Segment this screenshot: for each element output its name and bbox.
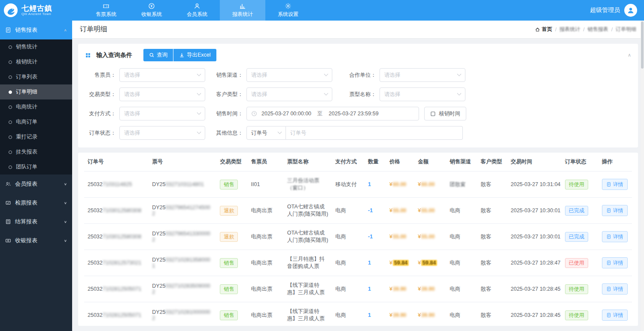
cell-ticket-no: DY250327965412745002 [149,198,216,224]
topbar: 七鲤古鎮 Qili Ancient Town 售票系统 收银系统 会员系统 报表… [0,0,644,21]
cell-seller: 电商出票 [248,302,284,326]
channel-label: 销售渠道： [212,72,246,79]
cell-cust-type: 散客 [477,302,507,326]
cell-order-no: 250327103012580308 [84,224,149,250]
blurred-amount: 39.90 [421,312,434,318]
blurred-amount: 55.00 [421,234,434,240]
column-header: 订单号 [84,153,149,172]
nav-item-0[interactable]: 售票系统 [83,0,129,21]
cell-trade-type: 销售 [216,172,247,198]
column-header: 销售渠道 [446,153,477,172]
type-tag: 销售 [220,180,238,190]
sidebar-group-4[interactable]: 收银报表 ∨ [0,231,72,250]
channel-select[interactable]: 请选择 [246,68,332,82]
cell-amount: ¥55.00 [414,224,446,250]
status-tag: 待使用 [565,180,588,190]
sidebar-group-1[interactable]: 会员报表 ∨ [0,175,72,193]
cell-actions: 详情 [598,302,632,326]
breadcrumb-item[interactable]: 报表统计 [559,26,580,33]
chevron-icon: ∨ [64,201,67,205]
sale-time-range-picker[interactable]: 2025-03-27 00:00:00 至 2025-03-27 23:59:5… [246,107,419,120]
collapse-toggle[interactable]: ∧ [628,52,631,58]
sidebar-item[interactable]: 订单列表 [0,69,72,84]
detail-button[interactable]: 详情 [602,257,628,268]
blurred-price: 39.90 [393,286,406,292]
home-icon [535,27,540,32]
avatar[interactable] [624,4,637,17]
sidebar-item[interactable]: 销售统计 [0,39,72,54]
cell-actions: 详情 [598,198,632,224]
sidebar-item[interactable]: 订单明细 [0,84,72,99]
partner-select[interactable]: 请选择 [380,68,465,82]
sidebar-group-2[interactable]: 检票报表 ∨ [0,193,72,212]
breadcrumb-item[interactable]: 销售报表 [588,26,608,33]
cell-order-no: 250327103114825 [84,172,149,198]
blurred-amount: 59.84 [421,260,437,266]
cell-seller: 电商出票 [248,276,284,302]
cell-price: ¥59.84 [386,250,414,276]
cell-order-no: 250327102812505071 [84,276,149,302]
nav-item-4[interactable]: 系统设置 [265,0,311,21]
nav-item-3[interactable]: 报表统计 [220,0,265,21]
ticket-name-select[interactable]: 请选择 [380,87,465,101]
detail-button[interactable]: 详情 [602,310,628,321]
nav-item-2[interactable]: 会员系统 [174,0,220,21]
blurred-text: 7103012580308 [103,208,141,214]
type-tag: 退款 [220,206,238,216]
sidebar-item[interactable]: 挂失报表 [0,144,72,159]
cell-order-no: 250327102812573021 [84,250,149,276]
column-header: 客户类型 [477,153,507,172]
scrollbar[interactable] [641,21,644,331]
status-tag: 待使用 [565,284,588,294]
cell-order-no: 250327102812505071 [84,302,149,326]
orders-table-panel: 订单号票号交易类型售票员票型名称支付方式数量价格金额销售渠道客户类型交易时间订单… [78,153,638,326]
type-tag: 退款 [220,232,238,242]
sidebar-item[interactable]: 电商统计 [0,99,72,114]
partner-label: 合作单位： [345,72,380,79]
page-title: 订单明细 [80,25,107,34]
cell-price: ¥39.90 [386,276,414,302]
chevron-down-icon [197,129,201,134]
export-excel-button[interactable]: 导出Excel [173,49,216,61]
seller-select[interactable]: 请选择 [119,68,205,82]
date-separator: 至 [317,110,323,117]
sidebar-group-3[interactable]: 结算报表 ∨ [0,212,72,231]
cell-order-no: 250327103012580308 [84,198,149,224]
detail-button[interactable]: 详情 [602,231,628,242]
sidebar-group-0[interactable]: 销售报表 ∧ [0,21,72,39]
nav-icon [148,3,155,9]
search-button[interactable]: 查询 [143,49,173,61]
payment-select[interactable]: 请选择 [119,107,205,120]
sidebar-group-label: 结算报表 [15,218,37,226]
sidebar-group-icon [5,238,11,244]
verify-time-button[interactable]: 核销时间 [424,107,466,120]
circle-bullet-icon [9,45,12,49]
detail-button[interactable]: 详情 [602,205,628,216]
order-status-select[interactable]: 请选择 [119,126,205,140]
table-row: 250327103012580308 DY250327965412745002 … [84,198,632,224]
other-field-select[interactable]: 订单号 [246,126,286,140]
cell-actions: 详情 [598,172,632,198]
cust-type-select[interactable]: 请选择 [246,87,332,101]
cell-seller: 电商出票 [248,198,284,224]
sale-time-start[interactable]: 2025-03-27 00:00:00 [261,111,311,117]
detail-button[interactable]: 详情 [602,283,628,295]
logo-fish-icon [3,3,18,18]
sidebar-group-icon [5,200,11,206]
sidebar-item[interactable]: 核销统计 [0,54,72,69]
sidebar-item[interactable]: 电商订单 [0,114,72,129]
blurred-text: 0327103114801 [166,181,204,187]
cell-actions: 详情 [598,250,632,276]
type-tag: 销售 [220,310,238,320]
order-no-input[interactable] [286,126,463,140]
sale-time-end[interactable]: 2025-03-27 23:59:59 [329,111,379,117]
trade-type-label: 交易类型： [85,91,119,98]
nav-item-1[interactable]: 收银系统 [129,0,174,21]
breadcrumb-current: 订单明细 [616,26,636,33]
sidebar-item[interactable]: 团队订单 [0,159,72,175]
detail-button[interactable]: 详情 [602,179,628,190]
sidebar-item[interactable]: 重打记录 [0,129,72,144]
trade-type-select[interactable]: 请选择 [119,87,205,101]
breadcrumb-home[interactable]: 首页 [535,26,552,33]
scrollbar-thumb[interactable] [641,21,644,69]
